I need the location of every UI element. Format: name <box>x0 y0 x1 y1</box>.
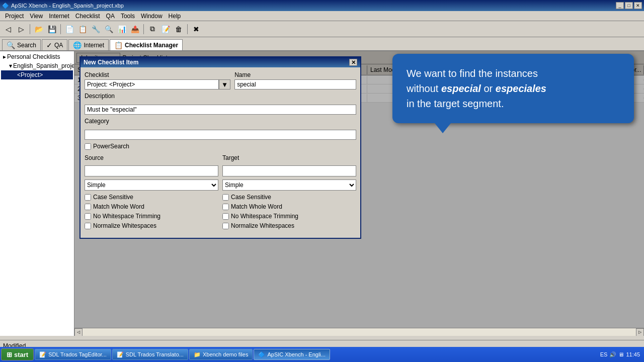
title-bar: 🔷 ApSIC Xbench - English_Spanish_project… <box>0 0 644 11</box>
tgt-case-sensitive-checkbox[interactable] <box>222 194 229 201</box>
name-field-group: Name <box>234 71 356 89</box>
menu-tools[interactable]: Tools <box>118 12 138 21</box>
maximize-button[interactable]: □ <box>625 2 633 9</box>
menu-help[interactable]: Help <box>166 12 184 21</box>
toolbar-copy[interactable]: ⧉ <box>146 23 158 35</box>
qa-icon: ✓ <box>46 41 52 49</box>
internet-icon: 🌐 <box>73 41 82 49</box>
title-bar-controls: _ □ ✕ <box>616 2 642 9</box>
src-normalize-checkbox[interactable] <box>85 223 91 229</box>
tab-search-label: Search <box>17 42 36 49</box>
tgt-match-whole-word-row: Match Whole Word <box>222 203 356 210</box>
english-spanish-label: English_Spanish_proje... <box>13 62 74 69</box>
src-normalize-row: Normalize Whitespaces <box>85 222 218 229</box>
powersearch-checkbox[interactable] <box>85 143 91 150</box>
tab-bar: 🔍 Search ✓ QA 🌐 Internet 📋 Checklist Man… <box>0 37 644 51</box>
tgt-normalize-row: Normalize Whitespaces <box>222 222 356 229</box>
category-input[interactable] <box>85 130 356 140</box>
src-match-whole-word-checkbox[interactable] <box>85 204 91 210</box>
description-label: Description <box>85 93 356 100</box>
tooltip-bubble: We want to find the instances without es… <box>392 54 634 123</box>
tab-internet-label: Internet <box>84 42 104 49</box>
src-case-sensitive-row: Case Sensitive <box>85 194 218 201</box>
menu-window[interactable]: Window <box>138 12 166 21</box>
tooltip-italic1: especial <box>441 83 481 94</box>
toolbar-back[interactable]: ◁ <box>2 23 14 35</box>
expand-icon2: ▾ <box>9 62 12 69</box>
name-input[interactable] <box>234 79 356 89</box>
target-input[interactable] <box>222 165 356 176</box>
src-case-sensitive-label: Case Sensitive <box>93 194 133 201</box>
close-button[interactable]: ✕ <box>634 2 642 9</box>
powersearch-label: PowerSearch <box>93 143 129 150</box>
menu-bar: Project View Internet Checklist QA Tools… <box>0 11 644 21</box>
tree-personal-checklists[interactable]: ▸ Personal Checklists <box>1 52 73 61</box>
description-input[interactable] <box>85 105 356 115</box>
menu-project[interactable]: Project <box>2 12 27 21</box>
dialog-row-src-tgt-input <box>85 165 356 176</box>
target-mode-select[interactable]: Simple Regular Expression Perl Expressio… <box>222 179 356 191</box>
src-case-sensitive-checkbox[interactable] <box>85 194 91 201</box>
checklist-dropdown-btn[interactable]: ▼ <box>219 79 230 89</box>
tab-search[interactable]: 🔍 Search <box>2 39 41 50</box>
toolbar-forward[interactable]: ▷ <box>15 23 27 35</box>
minimize-button[interactable]: _ <box>616 2 624 9</box>
src-normalize-label: Normalize Whitespaces <box>93 222 156 229</box>
checklist-field-group: Checklist ▼ <box>85 71 230 89</box>
scroll-left-btn[interactable]: ◁ <box>74 328 83 336</box>
sidebar: ▸ Personal Checklists ▾ English_Spanish_… <box>0 51 74 336</box>
menu-checklist[interactable]: Checklist <box>72 12 103 21</box>
tab-checklist-manager[interactable]: 📋 Checklist Manager <box>110 39 183 50</box>
dialog-close-button[interactable]: ✕ <box>349 59 357 66</box>
tree-project[interactable]: <Project> <box>1 70 73 79</box>
title-bar-left: 🔷 ApSIC Xbench - English_Spanish_project… <box>2 3 124 9</box>
source-input[interactable] <box>85 165 218 176</box>
toolbar-save[interactable]: 💾 <box>46 23 58 35</box>
search-icon: 🔍 <box>7 41 15 49</box>
tgt-normalize-checkbox[interactable] <box>222 223 229 229</box>
toolbar-btn4[interactable]: 📋 <box>76 23 89 35</box>
scroll-track[interactable] <box>83 328 636 336</box>
horizontal-scrollbar[interactable]: ◁ ▷ <box>74 328 644 336</box>
checklist-icon: 📋 <box>114 41 123 49</box>
dialog-row-desc: Description <box>85 93 356 115</box>
toolbar-btn7[interactable]: 📊 <box>116 23 128 35</box>
tree-english-spanish[interactable]: ▾ English_Spanish_proje... <box>1 61 73 70</box>
tab-internet[interactable]: 🌐 Internet <box>68 39 109 50</box>
src-no-whitespace-checkbox[interactable] <box>85 213 91 220</box>
tgt-no-whitespace-label: No Whitespace Trimming <box>231 213 298 220</box>
menu-view[interactable]: View <box>27 12 46 21</box>
toolbar-open[interactable]: 📂 <box>33 23 45 35</box>
scroll-right-btn[interactable]: ▷ <box>636 328 644 336</box>
tooltip-text3: or <box>481 83 496 94</box>
src-no-whitespace-label: No Whitespace Trimming <box>93 213 160 220</box>
toolbar-btn3[interactable]: 📄 <box>63 23 75 35</box>
menu-qa[interactable]: QA <box>103 12 118 21</box>
tooltip-text2: without <box>407 83 441 94</box>
toolbar-sep1 <box>30 24 30 34</box>
toolbar-delete[interactable]: 🗑 <box>173 23 185 35</box>
toolbar-paste[interactable]: 📝 <box>159 23 172 35</box>
tgt-match-whole-word-checkbox[interactable] <box>222 204 229 210</box>
source-mode-select[interactable]: Simple Regular Expression Perl Expressio… <box>85 179 218 191</box>
category-label: Category <box>85 118 356 125</box>
toolbar-btn5[interactable]: 🔧 <box>90 23 102 35</box>
app-icon: 🔷 <box>2 3 9 9</box>
toolbar-stop[interactable]: ✖ <box>190 23 202 35</box>
name-label: Name <box>234 71 356 78</box>
toolbar-sep4 <box>187 24 188 34</box>
tgt-no-whitespace-checkbox[interactable] <box>222 213 229 220</box>
menu-internet[interactable]: Internet <box>46 12 72 21</box>
toolbar-btn8[interactable]: 📤 <box>129 23 141 35</box>
new-checklist-dialog: New Checklist Item ✕ Checklist ▼ <box>79 56 361 239</box>
toolbar-btn6[interactable]: 🔍 <box>103 23 115 35</box>
checklist-input[interactable] <box>85 79 219 89</box>
tooltip-text4: in the target segment. <box>407 98 504 109</box>
toolbar-sep3 <box>143 24 144 34</box>
src-match-whole-word-row: Match Whole Word <box>85 203 218 210</box>
tab-qa[interactable]: ✓ QA <box>42 39 67 50</box>
checklist-label: Checklist <box>85 71 230 78</box>
dialog-body: Checklist ▼ Name Descri <box>80 67 360 238</box>
tgt-case-sensitive-label: Case Sensitive <box>231 194 271 201</box>
powersearch-row: PowerSearch <box>85 143 129 150</box>
